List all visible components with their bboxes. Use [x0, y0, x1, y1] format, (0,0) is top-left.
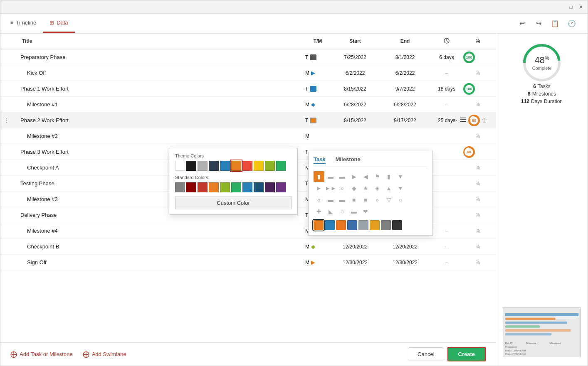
shape-option[interactable]: ▮	[314, 171, 324, 182]
duration: –	[430, 70, 463, 76]
shape-color[interactable]	[314, 220, 324, 230]
close-button[interactable]: ✕	[578, 4, 584, 10]
shape-color[interactable]	[381, 220, 391, 230]
shape-option[interactable]: ○	[395, 194, 406, 205]
end-date: 9/7/2022	[380, 86, 430, 92]
tm-cell: M ◆	[305, 101, 330, 108]
color-option[interactable]	[220, 182, 230, 192]
shape-option[interactable]: ○	[337, 206, 348, 217]
color-option[interactable]	[254, 182, 264, 192]
color-option[interactable]	[242, 182, 252, 192]
color-option[interactable]	[265, 161, 275, 171]
shape-option[interactable]: ▮	[383, 171, 394, 182]
color-option[interactable]	[198, 161, 208, 171]
shape-color[interactable]	[336, 220, 346, 230]
shape-color[interactable]	[325, 220, 335, 230]
color-option[interactable]	[254, 161, 264, 171]
clipboard-button[interactable]: 📋	[549, 17, 561, 29]
undo-button[interactable]: ↩	[516, 17, 528, 29]
history-button[interactable]: 🕐	[566, 17, 578, 29]
color-option[interactable]	[209, 182, 219, 192]
color-option[interactable]	[186, 182, 196, 192]
minimize-button[interactable]: □	[568, 4, 574, 10]
color-option[interactable]	[186, 161, 196, 171]
shape-option[interactable]	[418, 171, 429, 182]
shape-option[interactable]	[407, 183, 418, 194]
progress-ring-wrap: 48% Complete	[521, 42, 563, 84]
shape-option[interactable]	[418, 194, 429, 205]
shape-option[interactable]: ►►	[325, 183, 336, 194]
color-option[interactable]	[220, 161, 230, 171]
shape-option[interactable]: »	[337, 183, 348, 194]
progress-circle[interactable]: 100	[463, 83, 475, 95]
shape-option[interactable]: ❤	[360, 206, 371, 217]
tab-milestone[interactable]: Milestone	[336, 156, 361, 164]
shape-color[interactable]	[358, 220, 368, 230]
shape-option[interactable]: ▬	[325, 194, 336, 205]
shape-option[interactable]: ◀	[360, 171, 371, 182]
shape-option[interactable]: ■	[348, 194, 359, 205]
start-date: 7/25/2022	[330, 54, 380, 60]
milestone-icon: ◆	[311, 243, 315, 250]
shape-option[interactable]: ▲	[383, 183, 394, 194]
pct-cell: 80 🗑	[463, 115, 492, 126]
shape-option[interactable]: ⚑	[372, 171, 383, 182]
shape-option[interactable]: ►	[314, 183, 324, 194]
shape-option[interactable]: ▼	[395, 183, 406, 194]
color-option[interactable]	[276, 161, 286, 171]
col-end: End	[380, 38, 430, 44]
color-option[interactable]	[175, 182, 185, 192]
shape-color[interactable]	[370, 220, 380, 230]
progress-circle[interactable]: 80	[468, 115, 480, 126]
color-option[interactable]	[231, 182, 241, 192]
shape-option[interactable]: ✚	[314, 206, 324, 217]
color-option[interactable]	[175, 161, 185, 171]
add-task-button[interactable]: ⨁ Add Task or Milestone	[10, 350, 73, 358]
shape-option[interactable]: ▬	[337, 171, 348, 182]
svg-text:Phase 1 Work Effort: Phase 1 Work Effort	[505, 350, 526, 352]
shape-color[interactable]	[347, 220, 357, 230]
shape-option[interactable]: ▬	[348, 206, 359, 217]
color-option[interactable]	[231, 161, 241, 171]
shape-option[interactable]: ▼	[395, 171, 406, 182]
tab-timeline[interactable]: ≡ Timeline	[4, 14, 43, 33]
color-option[interactable]	[209, 161, 219, 171]
progress-circle[interactable]: 100	[463, 52, 475, 63]
shape-option[interactable]: ▬	[325, 171, 336, 182]
shape-option[interactable]: «	[314, 194, 324, 205]
color-option[interactable]	[242, 161, 252, 171]
settings-button[interactable]	[460, 116, 467, 124]
progress-circle[interactable]: 60	[463, 146, 475, 158]
color-option[interactable]	[198, 182, 208, 192]
color-swatch[interactable]	[310, 86, 316, 92]
redo-button[interactable]: ↪	[533, 17, 544, 29]
shape-option[interactable]: ◣	[325, 206, 336, 217]
shape-option[interactable]: ◆	[348, 183, 359, 194]
shape-option[interactable]: ▶	[348, 171, 359, 182]
shape-option[interactable]: ▽	[383, 194, 394, 205]
tab-bar: ≡ Timeline ⊞ Data ↩ ↪ 📋 🕐	[0, 14, 588, 34]
drag-handle[interactable]: ⋮	[4, 117, 20, 124]
tab-data[interactable]: ⊞ Data	[43, 14, 74, 33]
color-swatch[interactable]	[310, 54, 316, 60]
color-option[interactable]	[265, 182, 275, 192]
create-button[interactable]: Create	[447, 347, 486, 361]
color-option[interactable]	[276, 182, 286, 192]
shape-color[interactable]	[392, 220, 402, 230]
custom-color-button[interactable]: Custom Color	[175, 197, 292, 209]
add-swimlane-button[interactable]: ⨁ Add Swimlane	[83, 350, 126, 358]
end-date: 8/1/2022	[380, 54, 430, 60]
shape-option[interactable]: ■	[360, 194, 371, 205]
color-swatch[interactable]	[310, 118, 316, 123]
shape-option[interactable]: »	[372, 194, 383, 205]
shape-option[interactable]: ★	[360, 183, 371, 194]
shape-option[interactable]: ▬	[337, 194, 348, 205]
cancel-button[interactable]: Cancel	[409, 347, 443, 361]
shape-option[interactable]: ◈	[372, 183, 383, 194]
more-options-button[interactable]: ⋯	[452, 117, 457, 124]
shape-option[interactable]	[407, 171, 418, 182]
shape-option[interactable]	[407, 194, 418, 205]
delete-button[interactable]: 🗑	[482, 117, 487, 124]
tab-task[interactable]: Task	[314, 156, 326, 164]
shape-option[interactable]	[418, 183, 429, 194]
